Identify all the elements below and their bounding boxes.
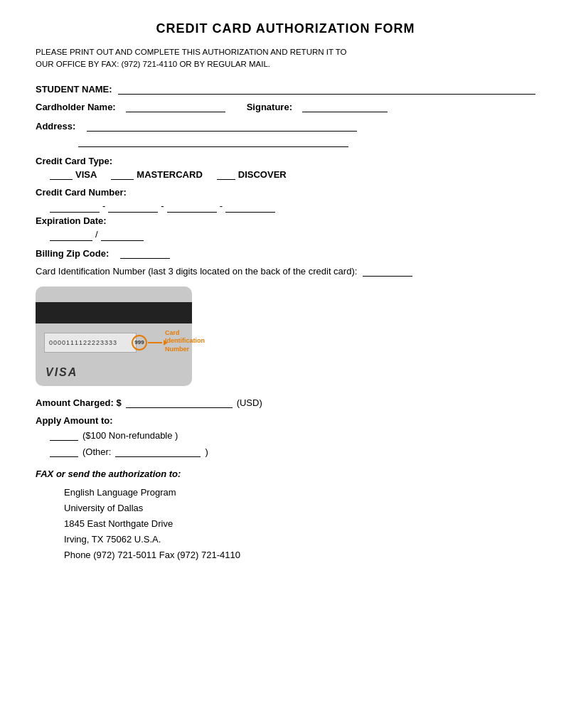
arrow-line [148, 342, 162, 343]
cardholder-name-group: Cardholder Name: [36, 102, 225, 112]
apply-option-2: (Other: ) [50, 446, 535, 457]
amount-charged-label: Amount Charged: $ [36, 397, 122, 408]
cc-number-section: Credit Card Number: - - - [36, 187, 535, 213]
signature-group: Signature: [247, 102, 388, 112]
apply-line-2 [50, 456, 78, 457]
exp-month [50, 240, 92, 241]
address-label-row: Address: [36, 121, 535, 132]
student-name-row: STUDENT NAME: [36, 84, 535, 95]
card-visa-brand: VISA [46, 366, 78, 379]
cc-number-row: - - - [50, 200, 535, 213]
fax-label: FAX or send the authorization to: [36, 469, 535, 479]
address-line-3: 1845 East Northgate Drive [64, 516, 535, 532]
form-title: CREDIT CARD AUTHORIZATION FORM [36, 21, 535, 36]
instructions-text: PLEASE PRINT OUT AND COMPLETE THIS AUTHO… [36, 46, 535, 71]
billing-zip-row: Billing Zip Code: [36, 248, 535, 259]
exp-slash: / [95, 229, 98, 240]
mastercard-label: MASTERCARD [137, 169, 202, 180]
student-name-underline [118, 94, 535, 95]
address-info: English Language Program University of D… [64, 485, 535, 563]
student-name-label: STUDENT NAME: [36, 84, 112, 95]
exp-date-row: / [50, 229, 535, 241]
fax-section: FAX or send the authorization to: Englis… [36, 469, 535, 563]
dash3: - [220, 200, 223, 211]
dash2: - [161, 200, 164, 211]
cc-number-label: Credit Card Number: [36, 187, 535, 198]
apply-line-1 [50, 440, 78, 441]
cc-seg1 [50, 212, 100, 213]
cc-type-section: Credit Card Type: VISA MASTERCARD DISCOV… [36, 156, 535, 180]
apply-other-underline [115, 456, 201, 457]
apply-option2-prefix: (Other: [82, 446, 111, 457]
address-line-4: Irving, TX 75062 U.S.A. [64, 532, 535, 547]
amount-underline [126, 407, 233, 408]
card-id-illustration-label: Card Identification Number [165, 329, 222, 354]
visa-underline [50, 179, 73, 180]
apply-option-1: ($100 Non-refundable ) [50, 430, 535, 441]
discover-underline [217, 179, 235, 180]
discover-label: DISCOVER [238, 169, 287, 180]
billing-zip-label: Billing Zip Code: [36, 248, 109, 259]
address-label: Address: [36, 121, 75, 132]
expiration-section: Expiration Date: / [36, 215, 535, 241]
address-section: Address: [36, 121, 535, 147]
exp-year [101, 240, 144, 241]
amount-currency: (USD) [237, 397, 262, 408]
cc-type-mastercard: MASTERCARD [111, 169, 202, 180]
apply-option2-suffix: ) [205, 446, 208, 457]
apply-option1-text: ($100 Non-refundable ) [82, 430, 178, 441]
cardholder-name-underline [126, 112, 225, 112]
card-cvv-circle: 999 [132, 335, 147, 350]
amount-charged-section: Amount Charged: $ (USD) [36, 397, 535, 408]
expiration-label: Expiration Date: [36, 215, 535, 226]
address-line-2: University of Dallas [64, 500, 535, 516]
mastercard-underline [111, 179, 134, 180]
cc-seg2 [108, 212, 158, 213]
apply-amount-label: Apply Amount to: [36, 415, 535, 426]
address-line-1: English Language Program [64, 485, 535, 500]
card-id-text-label: Card Identification Number (last 3 digit… [36, 266, 357, 277]
cc-type-discover: DISCOVER [217, 169, 287, 180]
visa-label: VISA [75, 169, 97, 180]
card-id-underline [363, 276, 412, 277]
amount-row: Amount Charged: $ (USD) [36, 397, 535, 408]
cc-type-options: VISA MASTERCARD DISCOVER [50, 169, 535, 180]
apply-amount-section: Apply Amount to: ($100 Non-refundable ) … [36, 415, 535, 457]
card-illustration: 0000111122223333 999 Card Identification… [36, 287, 192, 386]
cc-type-label: Credit Card Type: [36, 156, 535, 166]
cardholder-name-label: Cardholder Name: [36, 102, 116, 112]
cc-seg4 [225, 212, 275, 213]
signature-underline [302, 112, 388, 112]
cardholder-row: Cardholder Name: Signature: [36, 102, 535, 112]
zip-underline [120, 258, 170, 259]
card-number-display: 0000111122223333 [49, 339, 117, 346]
card-id-row: Card Identification Number (last 3 digit… [36, 266, 535, 277]
card-mag-strip [36, 302, 192, 323]
cc-seg3 [167, 212, 217, 213]
card-signature-area: 0000111122223333 [44, 333, 137, 353]
cc-type-visa: VISA [50, 169, 97, 180]
dash1: - [102, 200, 105, 211]
address-line1 [87, 131, 357, 132]
signature-label: Signature: [247, 102, 292, 112]
address-line-5: Phone (972) 721-5011 Fax (972) 721-4110 [64, 547, 535, 563]
address-line2 [78, 136, 348, 147]
